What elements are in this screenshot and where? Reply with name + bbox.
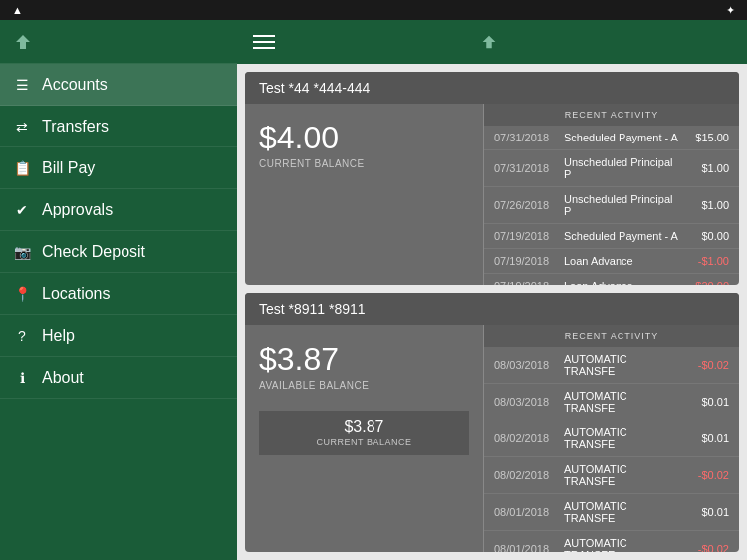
sidebar-item-approvals[interactable]: ✔Approvals xyxy=(0,189,237,231)
recent-activity-1: RECENT ACTIVITY08/03/2018AUTOMATIC TRANS… xyxy=(484,325,739,552)
sidebar-label-help: Help xyxy=(42,327,75,345)
sidebar-item-locations[interactable]: 📍Locations xyxy=(0,273,237,315)
accounts-content: Test *44 *444-444$4.00CURRENT BALANCEREC… xyxy=(237,64,747,560)
transaction-amount: $15.00 xyxy=(679,132,729,143)
sidebar-logo xyxy=(12,31,40,53)
recent-activity-header-1: RECENT ACTIVITY xyxy=(484,325,739,347)
sidebar-icon-transfers: ⇄ xyxy=(12,119,32,135)
transaction-row: 08/03/2018AUTOMATIC TRANSFE$0.01 xyxy=(484,384,739,420)
transaction-desc: Scheduled Payment - A xyxy=(564,132,679,143)
sidebar-label-transfers: Transfers xyxy=(42,118,109,136)
transaction-date: 07/19/2018 xyxy=(494,255,564,267)
transaction-desc: AUTOMATIC TRANSFE xyxy=(564,390,679,414)
transaction-row: 07/19/2018Scheduled Payment - A$0.00 xyxy=(484,224,739,249)
sidebar-item-billpay[interactable]: 📋Bill Pay xyxy=(0,147,237,189)
bluetooth-icon: ✦ xyxy=(726,4,735,17)
wifi-icon: ▲ xyxy=(12,4,23,16)
sidebar-label-locations: Locations xyxy=(42,285,111,303)
sidebar-item-accounts[interactable]: ☰Accounts xyxy=(0,64,237,106)
status-bar-right: ✦ xyxy=(726,4,739,17)
transaction-row: 07/31/2018Scheduled Payment - A$15.00 xyxy=(484,126,739,150)
transaction-date: 08/02/2018 xyxy=(494,432,564,444)
sidebar-label-billpay: Bill Pay xyxy=(42,159,95,177)
sidebar-logo-icon xyxy=(12,31,34,53)
transaction-desc: Scheduled Payment - A xyxy=(564,230,679,242)
transaction-date: 08/02/2018 xyxy=(494,469,564,481)
balance-amount-0: $4.00 xyxy=(259,120,469,156)
transaction-desc: Loan Advance xyxy=(564,255,679,267)
transaction-date: 07/26/2018 xyxy=(494,199,564,211)
recent-activity-0: RECENT ACTIVITY07/31/2018Scheduled Payme… xyxy=(484,104,739,285)
transaction-amount: $0.01 xyxy=(679,432,729,444)
transaction-desc: Loan Advance xyxy=(564,280,679,285)
balance-section-0: $4.00CURRENT BALANCE xyxy=(245,104,484,285)
transaction-amount: -$1.00 xyxy=(679,255,729,267)
account-title-1: Test *8911 *8911 xyxy=(245,293,739,325)
transaction-desc: AUTOMATIC TRANSFE xyxy=(564,353,679,377)
account-card-0: Test *44 *444-444$4.00CURRENT BALANCEREC… xyxy=(245,72,739,285)
transaction-row: 08/03/2018AUTOMATIC TRANSFE-$0.02 xyxy=(484,347,739,384)
sidebar-label-checkdeposit: Check Deposit xyxy=(42,243,145,261)
account-body-0: $4.00CURRENT BALANCERECENT ACTIVITY07/31… xyxy=(245,104,739,285)
transaction-row: 07/19/2018Loan Advance-$1.00 xyxy=(484,249,739,274)
transaction-desc: AUTOMATIC TRANSFE xyxy=(564,426,679,450)
transaction-amount: -$20.00 xyxy=(679,280,729,285)
transaction-desc: Unscheduled Principal P xyxy=(564,193,679,217)
transaction-amount: $0.01 xyxy=(679,506,729,518)
sidebar: ☰Accounts⇄Transfers📋Bill Pay✔Approvals📷C… xyxy=(0,20,237,560)
recent-activity-header-0: RECENT ACTIVITY xyxy=(484,104,739,126)
sidebar-icon-about: ℹ xyxy=(12,370,32,386)
transaction-desc: AUTOMATIC TRANSFE xyxy=(564,537,679,552)
balance-label-1: AVAILABLE BALANCE xyxy=(259,380,469,391)
transaction-row: 07/31/2018Unscheduled Principal P$1.00 xyxy=(484,150,739,187)
transaction-amount: $1.00 xyxy=(679,162,729,174)
transaction-row: 08/02/2018AUTOMATIC TRANSFE$0.01 xyxy=(484,420,739,457)
transaction-date: 08/03/2018 xyxy=(494,396,564,408)
sidebar-item-transfers[interactable]: ⇄Transfers xyxy=(0,106,237,147)
transaction-date: 07/19/2018 xyxy=(494,230,564,242)
top-bar xyxy=(237,20,747,64)
current-balance-amount-1: $3.87 xyxy=(269,419,459,436)
account-card-1: Test *8911 *8911$3.87AVAILABLE BALANCE$3… xyxy=(245,293,739,552)
status-bar: ▲ ✦ xyxy=(0,0,747,20)
account-title-0: Test *44 *444-444 xyxy=(245,72,739,104)
transaction-date: 07/31/2018 xyxy=(494,162,564,174)
transaction-amount: -$0.02 xyxy=(679,543,729,552)
current-balance-box-1: $3.87CURRENT BALANCE xyxy=(259,411,469,455)
transaction-amount: $0.01 xyxy=(679,396,729,408)
transaction-date: 07/19/2018 xyxy=(494,280,564,285)
transaction-row: 08/01/2018AUTOMATIC TRANSFE$0.01 xyxy=(484,494,739,531)
sidebar-icon-checkdeposit: 📷 xyxy=(12,244,32,260)
transaction-desc: AUTOMATIC TRANSFE xyxy=(564,500,679,524)
transaction-row: 08/02/2018AUTOMATIC TRANSFE-$0.02 xyxy=(484,457,739,494)
transaction-amount: $1.00 xyxy=(679,199,729,211)
sidebar-label-approvals: Approvals xyxy=(42,201,113,219)
app-body: ☰Accounts⇄Transfers📋Bill Pay✔Approvals📷C… xyxy=(0,20,747,560)
sidebar-item-help[interactable]: ?Help xyxy=(0,315,237,357)
transaction-row: 07/19/2018Loan Advance-$20.00 xyxy=(484,274,739,285)
hamburger-button[interactable] xyxy=(253,35,275,49)
sidebar-icon-accounts: ☰ xyxy=(12,77,32,93)
sidebar-icon-billpay: 📋 xyxy=(12,160,32,176)
sidebar-icon-locations: 📍 xyxy=(12,286,32,302)
status-bar-left: ▲ xyxy=(8,4,23,16)
transaction-amount: -$0.02 xyxy=(679,469,729,481)
transaction-row: 08/01/2018AUTOMATIC TRANSFE-$0.02 xyxy=(484,531,739,552)
transaction-date: 07/31/2018 xyxy=(494,132,564,143)
current-balance-label-1: CURRENT BALANCE xyxy=(269,437,459,447)
balance-section-1: $3.87AVAILABLE BALANCE$3.87CURRENT BALAN… xyxy=(245,325,484,552)
sidebar-label-accounts: Accounts xyxy=(42,76,108,94)
balance-amount-1: $3.87 xyxy=(259,341,469,378)
transaction-amount: -$0.02 xyxy=(679,359,729,371)
sidebar-item-checkdeposit[interactable]: 📷Check Deposit xyxy=(0,231,237,273)
balance-label-0: CURRENT BALANCE xyxy=(259,158,469,169)
transaction-date: 08/03/2018 xyxy=(494,359,564,371)
sidebar-item-about[interactable]: ℹAbout xyxy=(0,357,237,399)
transaction-desc: AUTOMATIC TRANSFE xyxy=(564,463,679,487)
sidebar-menu: ☰Accounts⇄Transfers📋Bill Pay✔Approvals📷C… xyxy=(0,64,237,560)
account-body-1: $3.87AVAILABLE BALANCE$3.87CURRENT BALAN… xyxy=(245,325,739,552)
transaction-date: 08/01/2018 xyxy=(494,543,564,552)
top-bar-logo-icon xyxy=(479,32,499,52)
sidebar-icon-approvals: ✔ xyxy=(12,202,32,218)
transaction-desc: Unscheduled Principal P xyxy=(564,156,679,180)
